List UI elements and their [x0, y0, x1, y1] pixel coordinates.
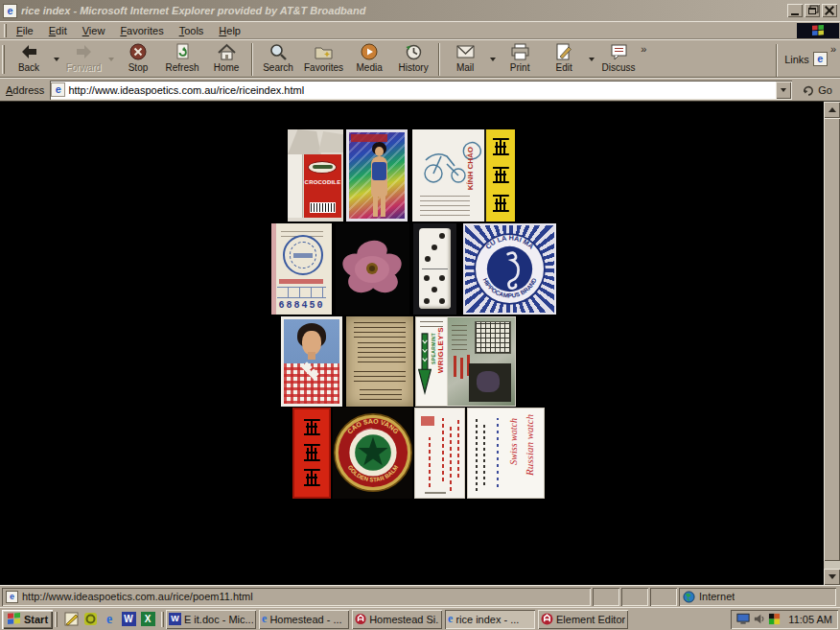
search-button[interactable]: Search — [256, 41, 300, 77]
card-top-banner — [351, 134, 387, 142]
address-url[interactable]: http://www.ideaspoetics.com.au/rice/rice… — [68, 84, 304, 96]
toolbar-grip[interactable] — [2, 45, 5, 74]
excel-shortcut-icon[interactable]: X — [140, 612, 155, 627]
round-stamp — [283, 235, 323, 275]
history-button[interactable]: History — [391, 41, 435, 77]
stop-button[interactable]: Stop — [116, 41, 160, 77]
home-button[interactable]: Home — [204, 41, 248, 77]
scroll-up-button[interactable] — [824, 102, 840, 118]
stop-icon — [128, 42, 148, 61]
taskbar-clock[interactable]: 11:05 AM — [788, 614, 832, 625]
paint-shortcut-icon[interactable] — [63, 612, 79, 627]
close-button[interactable] — [822, 4, 837, 17]
color-app-tray-icon[interactable] — [768, 613, 781, 625]
link-shortcut-icon[interactable]: e — [813, 52, 828, 66]
menu-tools[interactable]: Tools — [172, 23, 212, 38]
thumbnail-balm-tin[interactable]: CAO SAO VANG GOLDEN STAR BALM — [333, 408, 412, 499]
toolbar-overflow-chevron[interactable]: » — [641, 43, 646, 55]
thumbnail-pressed-flower[interactable] — [336, 223, 409, 315]
favorites-button[interactable]: Favorites — [300, 41, 347, 77]
thumbnail-crocodile-box[interactable]: CROCODILE — [288, 129, 343, 222]
forward-button[interactable]: Forward — [61, 41, 105, 77]
document-paragraph — [354, 322, 406, 338]
forward-dropdown[interactable] — [105, 41, 116, 77]
address-input[interactable]: e http://www.ideaspoetics.com.au/rice/ri… — [50, 81, 792, 100]
back-dropdown[interactable] — [51, 41, 61, 77]
thumbnail-stamped-ticket[interactable]: 688450 — [271, 223, 332, 315]
address-dropdown[interactable] — [776, 82, 791, 99]
scroll-down-button[interactable] — [824, 569, 840, 585]
links-label[interactable]: Links — [784, 54, 809, 65]
address-label: Address — [2, 84, 50, 96]
title-bar[interactable]: e rice index - Microsoft Internet Explor… — [0, 0, 840, 21]
scroll-down-icon — [828, 574, 836, 579]
menu-favorites[interactable]: Favorites — [112, 23, 171, 38]
start-flag-icon — [7, 613, 21, 625]
menu-grip[interactable] — [4, 24, 7, 37]
menu-edit[interactable]: Edit — [41, 23, 75, 38]
ie-document-icon: e — [3, 4, 17, 18]
volume-tray-icon[interactable] — [753, 613, 765, 625]
pip — [424, 275, 430, 281]
status-page-icon: e — [6, 591, 18, 603]
start-button[interactable]: Start — [2, 610, 53, 629]
thumbnail-watch-card[interactable]: Russian watch Swiss watch — [467, 408, 545, 499]
discuss-button[interactable]: Discuss — [596, 41, 641, 77]
taskbar: Start e W X W E it.doc - Mic... — [0, 607, 840, 630]
scrollbar-thumb[interactable] — [824, 118, 840, 561]
mail-button[interactable]: Mail — [443, 41, 487, 77]
task-word-document[interactable]: W E it.doc - Mic... — [166, 610, 256, 629]
red-vertical-text — [442, 418, 444, 481]
word-icon: W — [169, 613, 181, 625]
media-button[interactable]: Media — [347, 41, 391, 77]
task-homestead-browser[interactable]: e Homestead - ... — [259, 610, 349, 629]
thumbnail-seahorse-label[interactable]: CU LA HAI MA HIPPOCAMPUS BRAND — [463, 223, 556, 315]
vertical-scrollbar[interactable] — [824, 102, 840, 585]
restore-button[interactable] — [805, 4, 820, 17]
task-element-editor[interactable]: Element Editor — [538, 610, 628, 629]
menu-view[interactable]: View — [75, 23, 113, 38]
zone-label: Internet — [699, 591, 735, 602]
minimize-button[interactable] — [787, 4, 803, 17]
display-tray-icon[interactable] — [736, 613, 750, 625]
refresh-button[interactable]: Refresh — [160, 41, 204, 77]
windows-flag-icon — [811, 25, 825, 36]
mail-icon — [455, 42, 476, 61]
edit-dropdown[interactable] — [586, 41, 596, 77]
thumbnail-id-photo[interactable] — [281, 316, 342, 407]
thumbnail-swimsuit-card[interactable] — [346, 129, 408, 222]
barcode — [310, 202, 336, 213]
task-rice-index[interactable]: e rice index - ... — [445, 610, 535, 629]
links-overflow-chevron[interactable]: » — [830, 43, 836, 55]
media-player-shortcut-icon[interactable] — [82, 612, 98, 627]
thumbnail-red-tag[interactable] — [292, 408, 331, 499]
word-shortcut-icon[interactable]: W — [121, 612, 136, 627]
table-lines — [277, 287, 326, 298]
go-button[interactable]: Go — [796, 80, 838, 100]
mail-dropdown[interactable] — [487, 41, 498, 77]
person-neck — [308, 352, 315, 360]
menu-file[interactable]: File — [9, 23, 41, 38]
refresh-icon — [173, 42, 192, 61]
task-homestead-sitebuilder[interactable]: Homestead Si... — [352, 610, 442, 629]
pip — [439, 298, 445, 304]
watch-text-2: Swiss watch — [508, 418, 519, 465]
edit-button[interactable]: Edit — [542, 41, 586, 77]
thumbnail-red-script-card[interactable] — [414, 408, 465, 499]
back-button[interactable]: Back — [7, 41, 51, 77]
thumbnail-domino[interactable] — [413, 223, 456, 315]
taskbar-grip[interactable] — [161, 612, 164, 627]
ie-window: e rice index - Microsoft Internet Explor… — [0, 0, 840, 630]
side-label-lines — [452, 323, 467, 350]
thumbnail-stamp-card[interactable] — [447, 316, 516, 407]
print-button[interactable]: Print — [498, 41, 542, 77]
red-vertical-text — [457, 420, 459, 478]
thumbnail-old-document[interactable] — [346, 316, 413, 407]
quicklaunch-grip[interactable] — [55, 612, 58, 627]
thumbnail-kinh-chao-card[interactable]: KÍNH CHÀO — [412, 129, 515, 222]
ie-shortcut-icon[interactable]: e — [102, 612, 117, 627]
homestead-icon — [355, 613, 366, 625]
pip — [432, 245, 437, 250]
thumbnail-wrigleys-wrapper[interactable]: SPEARMINT WRIGLEY'S — [415, 316, 448, 407]
menu-help[interactable]: Help — [211, 23, 248, 38]
